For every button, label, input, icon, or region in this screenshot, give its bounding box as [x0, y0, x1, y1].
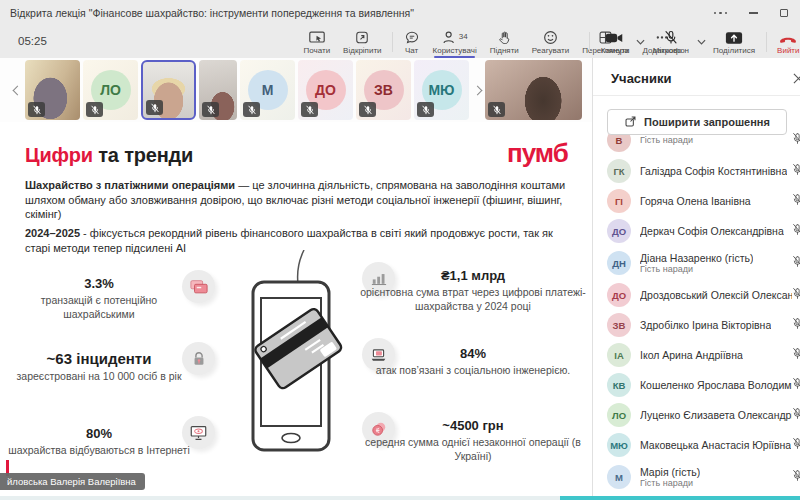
- mic-muted-icon: [359, 102, 376, 117]
- toolbar-divider: [589, 32, 590, 52]
- avatar-tile[interactable]: ЗВ: [356, 60, 411, 120]
- mic-muted-icon: [488, 102, 505, 117]
- avatar-tile[interactable]: ДО: [298, 60, 353, 120]
- meeting-window: Відкрита лекція "Фінансове шахрайство: і…: [0, 0, 800, 500]
- participants-panel-title: Учасники: [611, 71, 671, 86]
- credit-card-icon: [182, 270, 215, 303]
- chat-button[interactable]: Чат: [397, 26, 426, 58]
- mic-off-icon: [663, 30, 679, 45]
- people-button[interactable]: 34 Користувачі: [426, 26, 483, 58]
- mic-muted-icon: [791, 468, 800, 486]
- camera-button[interactable]: Камера: [594, 26, 635, 58]
- chat-icon: [404, 30, 420, 45]
- filmstrip-next-icon[interactable]: [472, 60, 482, 120]
- participant-row[interactable]: ДО Деркач Софія Олександрівна: [593, 216, 800, 246]
- avatar: ДН: [607, 251, 631, 275]
- slide-title: Цифри та тренди: [25, 144, 193, 167]
- participant-row[interactable]: КВ Кошеленко Ярослава Володимирі...: [593, 370, 800, 400]
- avatar: МЮ: [607, 433, 631, 457]
- bottom-strip: [0, 496, 560, 500]
- mic-muted-icon: [791, 286, 800, 304]
- close-panel-icon[interactable]: [793, 70, 800, 88]
- hangup-icon: [778, 30, 798, 45]
- stat-average-amount: ~4500 грн середня сумма однієї незаконно…: [360, 418, 586, 463]
- stat-losses: ₴1,1 млрд орієнтовна сума втрат через ци…: [360, 268, 586, 313]
- video-tile-active-speaker[interactable]: [141, 60, 196, 120]
- stat-social-engineering: 84% атак пов’язані з соціальною інженері…: [360, 346, 586, 377]
- participant-row[interactable]: ЗВ Здробілко Ірина Вікторівна: [593, 310, 800, 340]
- stat-internet-fraud: 80% шахрайства відбуваються в Інтернеті: [8, 426, 190, 457]
- share-invite-button[interactable]: Поширити запрошення: [607, 109, 787, 135]
- mic-muted-icon: [791, 222, 800, 240]
- unpin-button[interactable]: Відкріпити: [337, 26, 388, 58]
- avatar: ЗВ: [607, 313, 631, 337]
- mic-muted-icon: [791, 316, 800, 334]
- video-tile[interactable]: [199, 60, 237, 120]
- avatar: ГК: [607, 159, 631, 183]
- participant-row[interactable]: М Марія (гість)Гість наради: [593, 460, 800, 494]
- pumb-logo: пумб: [507, 138, 568, 169]
- camera-icon: [605, 30, 624, 45]
- avatar-tile[interactable]: МЮ: [414, 60, 469, 120]
- toolbar-divider: [766, 32, 767, 52]
- mic-muted-icon: [791, 346, 800, 364]
- share-button[interactable]: Поділитися: [707, 26, 762, 58]
- phone-phishing-illustration: [228, 250, 356, 472]
- present-button[interactable]: Почати: [297, 26, 337, 58]
- video-filmstrip: ЛО М ДО ЗВ МЮ: [0, 58, 592, 122]
- participants-list: В Гість наради ГК Галіздра Софія Костянт…: [593, 124, 800, 500]
- avatar: ІА: [607, 343, 631, 367]
- mic-muted-icon: [86, 102, 103, 117]
- people-count-badge: 34: [459, 32, 468, 41]
- react-button[interactable]: Реагувати: [525, 26, 575, 58]
- leave-button[interactable]: Вийти: [771, 26, 800, 58]
- toolbar-divider: [392, 32, 393, 52]
- padlock-icon: [182, 342, 215, 375]
- mic-muted-icon: [791, 192, 800, 210]
- mic-muted-icon: [301, 102, 318, 117]
- meeting-timer: 05:25: [18, 35, 47, 47]
- mic-button[interactable]: Мікрофон: [646, 26, 695, 58]
- raise-hand-button[interactable]: Підняти: [483, 26, 525, 58]
- video-tile-large[interactable]: [485, 60, 582, 120]
- participant-row[interactable]: ГК Галіздра Софія Костянтинівна: [593, 156, 800, 186]
- mic-muted-icon: [243, 102, 260, 117]
- stat-incidents: ~63 інциденти зареєстровані на 10 000 ос…: [8, 350, 190, 383]
- avatar: ГІ: [607, 189, 631, 213]
- avatar-tile[interactable]: М: [240, 60, 295, 120]
- participant-row[interactable]: ДО Дроздовський Олексій Олександр...: [593, 280, 800, 310]
- unpin-icon: [354, 30, 370, 45]
- mic-muted-icon: [28, 102, 45, 117]
- mic-muted-icon: [791, 254, 800, 272]
- window-more-icon[interactable]: [714, 12, 728, 15]
- participant-row[interactable]: МЮ Маковецька Анастасія Юріївна: [593, 430, 800, 460]
- avatar: М: [607, 465, 631, 489]
- participant-row[interactable]: ГІ Горяча Олена Іванівна: [593, 186, 800, 216]
- monitor-eye-icon: [182, 416, 215, 449]
- mic-muted-icon: [417, 102, 434, 117]
- participant-row[interactable]: ДН Діана Назаренко (гість)Гість наради: [593, 246, 800, 280]
- meeting-toolbar: 05:25 Почати Відкріпити Чат: [0, 26, 800, 58]
- share-invite-icon: [624, 115, 637, 130]
- camera-chevron-icon[interactable]: [635, 39, 646, 45]
- minimize-icon[interactable]: [749, 12, 758, 14]
- participant-row[interactable]: ЛО Луценко Єлизавета Олександрівна: [593, 400, 800, 430]
- mic-chevron-icon[interactable]: [696, 39, 707, 45]
- participants-panel: Учасники Поширити запрошення В Гість нар…: [592, 58, 800, 500]
- window-title: Відкрита лекція "Фінансове шахрайство: і…: [0, 7, 414, 19]
- mic-muted-icon: [791, 436, 800, 454]
- maximize-icon[interactable]: [780, 9, 788, 17]
- present-screen-icon: [308, 30, 326, 45]
- avatar: ДО: [607, 283, 631, 307]
- react-icon: [543, 30, 558, 45]
- avatar-tile[interactable]: ЛО: [83, 60, 138, 120]
- stat-fraud-transactions: 3.3% транзакцій є потенційно шахрайським…: [8, 276, 190, 321]
- shared-presentation-slide: Цифри та тренди пумб Шахрайство з платіж…: [0, 122, 592, 497]
- mic-muted-icon: [791, 162, 800, 180]
- mic-muted-icon: [791, 131, 800, 149]
- video-tile[interactable]: [25, 60, 80, 120]
- participant-row[interactable]: ІА Ікол Арина Андріївна: [593, 340, 800, 370]
- filmstrip-prev-icon[interactable]: [12, 60, 22, 120]
- slide-paragraph-definition: Шахрайство з платіжними операціями — це …: [25, 178, 575, 222]
- avatar: ЛО: [607, 403, 631, 427]
